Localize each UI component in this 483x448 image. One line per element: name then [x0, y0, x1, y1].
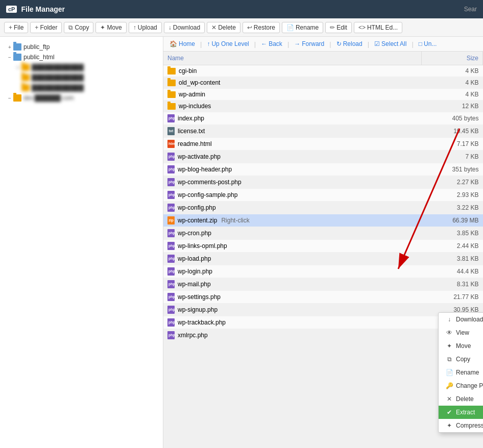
sidebar-item-child2[interactable]: ████████████: [0, 72, 163, 83]
home-btn[interactable]: 🏠 Home: [167, 39, 197, 48]
table-row[interactable]: php wp-mail.php 8.31 KB: [163, 278, 483, 291]
file-button[interactable]: + File: [4, 22, 28, 33]
sidebar-item-child1[interactable]: + ████████████: [0, 62, 163, 72]
selectall-btn[interactable]: ☑ Select All: [372, 39, 408, 48]
copy-button[interactable]: ⧉ Copy: [64, 22, 93, 33]
file-name-cell[interactable]: php wp-settings.php: [163, 291, 422, 304]
table-row[interactable]: php wp-comments-post.php 2.27 KB: [163, 176, 483, 189]
table-row[interactable]: php wp-signup.php 30.95 KB: [163, 304, 483, 316]
file-name-cell[interactable]: php wp-login.php: [163, 265, 422, 278]
context-menu-item-rename[interactable]: 📄Rename: [439, 366, 483, 379]
unselect-btn[interactable]: □ Un...: [417, 39, 439, 48]
file-name-cell[interactable]: php wp-mail.php: [163, 278, 422, 291]
sidebar[interactable]: + public_ftp − public_html + ███████████…: [0, 37, 163, 448]
file-name-cell[interactable]: php wp-signup.php: [163, 304, 422, 316]
sidebar-item-label: ████████████: [32, 64, 84, 71]
file-size-cell: 351 bytes: [422, 163, 483, 176]
context-menu-item-changeperm[interactable]: 🔑Change Permissions: [439, 379, 483, 392]
back-btn[interactable]: ← Back: [259, 39, 284, 48]
context-menu-item-copy[interactable]: ⧉Copy: [439, 353, 483, 366]
table-row[interactable]: php wp-config.php 3.22 KB: [163, 202, 483, 214]
table-row[interactable]: old_wp-content 4 KB: [163, 77, 483, 89]
context-menu-item-view[interactable]: 👁View: [439, 326, 483, 339]
table-row[interactable]: php wp-activate.php 7 KB: [163, 151, 483, 163]
file-name-cell[interactable]: php wp-config-sample.php: [163, 189, 422, 202]
folder-button[interactable]: + Folder: [30, 22, 62, 33]
file-size-cell: 2.27 KB: [422, 176, 483, 189]
context-menu-item-compress[interactable]: ✦Compress: [439, 419, 483, 432]
context-menu-item-download[interactable]: ↓Download: [439, 313, 483, 326]
upone-btn[interactable]: ↑ Up One Level: [205, 39, 251, 48]
file-name-cell[interactable]: php wp-load.php: [163, 253, 422, 265]
table-row[interactable]: php xmlrpc.php 3.16 KB: [163, 329, 483, 342]
cm-item-label: Extract: [456, 409, 475, 416]
cm-rename-icon: 📄: [446, 369, 453, 376]
sidebar-item-public-html[interactable]: − public_html: [0, 52, 163, 62]
table-row[interactable]: php wp-cron.php 3.85 KB: [163, 227, 483, 240]
sidebar-item-public-ftp[interactable]: + public_ftp: [0, 42, 163, 52]
move-button[interactable]: ✦ Move: [95, 22, 126, 33]
table-row[interactable]: txt license.txt 19.45 KB: [163, 125, 483, 138]
table-row[interactable]: php index.php 405 bytes: [163, 112, 483, 125]
file-name-cell[interactable]: htm readme.html: [163, 138, 422, 151]
collapse-icon: −: [6, 95, 13, 101]
file-name-cell[interactable]: php wp-links-opml.php: [163, 240, 422, 253]
table-row[interactable]: cgi-bin 4 KB: [163, 65, 483, 77]
file-name-cell[interactable]: php wp-cron.php: [163, 227, 422, 240]
file-name-cell[interactable]: wp-admin: [163, 89, 422, 101]
file-name-cell[interactable]: php wp-trackback.php: [163, 316, 422, 329]
rename-button[interactable]: 📄 Rename: [282, 22, 323, 33]
file-name: wp-load.php: [178, 255, 211, 262]
table-row[interactable]: php wp-trackback.php 4.64 KB: [163, 316, 483, 329]
table-row[interactable]: wp-admin 4 KB: [163, 89, 483, 101]
expand-icon: [14, 75, 21, 81]
zip-file-icon: zip: [167, 216, 175, 225]
table-row[interactable]: php wp-blog-header.php 351 bytes: [163, 163, 483, 176]
reload-btn[interactable]: ↻ Reload: [334, 39, 365, 48]
context-menu-item-move[interactable]: ✦Move: [439, 339, 483, 353]
file-name: wp-activate.php: [178, 153, 221, 160]
sidebar-item-dev[interactable]: − dev.██████.com: [0, 93, 163, 103]
delete-button[interactable]: ✕ Delete: [207, 22, 240, 33]
table-row[interactable]: php wp-login.php 44.4 KB: [163, 265, 483, 278]
file-size-cell: 21.77 KB: [422, 291, 483, 304]
file-name-cell[interactable]: php wp-config.php: [163, 202, 422, 214]
file-name-cell[interactable]: php xmlrpc.php: [163, 329, 422, 342]
cm-item-label: Move: [456, 342, 471, 350]
file-name: index.php: [178, 115, 204, 122]
table-row[interactable]: php wp-links-opml.php 2.44 KB: [163, 240, 483, 253]
upload-button[interactable]: ↑ Upload: [129, 22, 162, 33]
context-menu-item-extract[interactable]: ✔Extract: [439, 406, 483, 419]
table-row[interactable]: php wp-load.php 3.81 KB: [163, 253, 483, 265]
file-name-cell[interactable]: wp-includes: [163, 101, 422, 112]
table-row[interactable]: wp-includes 12 KB: [163, 101, 483, 112]
context-menu: ↓Download👁View✦Move⧉Copy📄Rename🔑Change P…: [438, 312, 483, 433]
file-list[interactable]: Name Size cgi-bin 4 KB old_wp-content 4: [163, 52, 483, 448]
file-name-cell[interactable]: old_wp-content: [163, 77, 422, 89]
file-name-cell[interactable]: php wp-blog-header.php: [163, 163, 422, 176]
table-row[interactable]: zip wp-content.zip Right-click 66.39 MB: [163, 214, 483, 227]
size-column-header[interactable]: Size: [422, 52, 483, 65]
file-name-cell[interactable]: php index.php: [163, 112, 422, 125]
forward-btn[interactable]: → Forward: [292, 39, 326, 48]
htmledit-button[interactable]: <> HTML Ed...: [354, 22, 402, 33]
file-name: wp-trackback.php: [178, 319, 226, 326]
php-file-icon: php: [167, 229, 175, 237]
folder-icon: [167, 103, 176, 110]
file-name-cell[interactable]: txt license.txt: [163, 125, 422, 138]
file-name-cell[interactable]: cgi-bin: [163, 65, 422, 77]
sidebar-item-child3[interactable]: ████████████: [0, 83, 163, 93]
restore-button[interactable]: ↩ Restore: [243, 22, 280, 33]
download-button[interactable]: ↓ Download: [164, 22, 205, 33]
edit-button[interactable]: ✏ Edit: [325, 22, 352, 33]
name-column-header[interactable]: Name: [163, 52, 422, 65]
main-layout: + public_ftp − public_html + ███████████…: [0, 37, 483, 448]
table-row[interactable]: php wp-settings.php 21.77 KB: [163, 291, 483, 304]
table-row[interactable]: htm readme.html 7.17 KB: [163, 138, 483, 151]
context-menu-item-delete[interactable]: ✕Delete: [439, 392, 483, 406]
table-row[interactable]: php wp-config-sample.php 2.93 KB: [163, 189, 483, 202]
file-name-cell[interactable]: zip wp-content.zip Right-click: [163, 214, 422, 227]
php-file-icon: php: [167, 255, 175, 263]
file-name-cell[interactable]: php wp-comments-post.php: [163, 176, 422, 189]
file-name-cell[interactable]: php wp-activate.php: [163, 151, 422, 163]
